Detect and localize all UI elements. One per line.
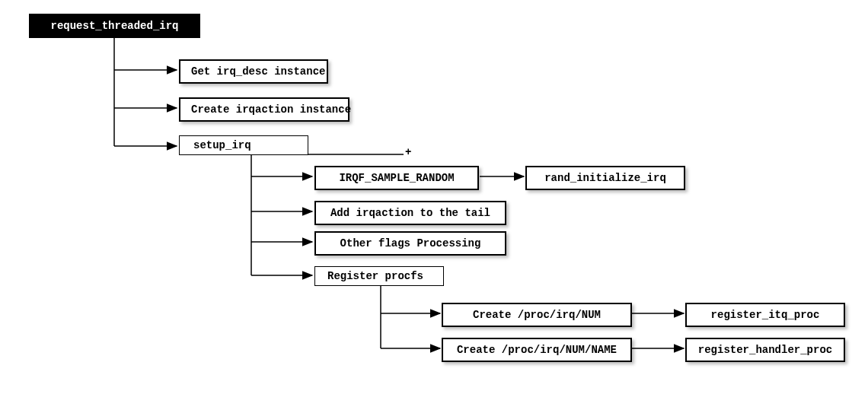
node-label: register_handler_proc (698, 344, 832, 356)
node-label: Other flags Processing (340, 237, 481, 249)
node-label: request_threaded_irq (50, 20, 178, 32)
node-label: Add irqaction to the tail (330, 207, 490, 219)
node-label: Create irqaction instance (191, 103, 351, 116)
node-label: Register procfs (327, 270, 423, 282)
node-request-threaded-irq: request_threaded_irq (29, 14, 200, 38)
node-label: register_itq_proc (711, 309, 820, 321)
node-create-irqaction: Create irqaction instance (179, 97, 349, 122)
node-create-proc-irq-num: Create /proc/irq/NUM (442, 303, 632, 327)
node-register-handler-proc: register_handler_proc (685, 338, 845, 362)
node-label: Create /proc/irq/NUM/NAME (457, 344, 617, 356)
node-label: Create /proc/irq/NUM (473, 309, 601, 321)
connectors (0, 0, 868, 394)
node-create-proc-irq-num-name: Create /proc/irq/NUM/NAME (442, 338, 632, 362)
node-get-irq-desc: Get irq_desc instance (179, 59, 328, 84)
node-irqf-sample-random: IRQF_SAMPLE_RANDOM (314, 166, 479, 190)
expand-icon[interactable]: + (405, 146, 411, 158)
node-rand-initialize-irq: rand_initialize_irq (525, 166, 685, 190)
node-label: IRQF_SAMPLE_RANDOM (339, 172, 454, 184)
plus-symbol: + (405, 146, 411, 158)
node-register-itq-proc: register_itq_proc (685, 303, 845, 327)
node-label: setup_irq (193, 139, 251, 151)
node-label: Get irq_desc instance (191, 65, 325, 78)
node-other-flags: Other flags Processing (314, 231, 506, 256)
node-register-procfs: Register procfs (314, 266, 444, 286)
node-add-irqaction-tail: Add irqaction to the tail (314, 201, 506, 225)
node-setup-irq: setup_irq (179, 135, 308, 155)
node-label: rand_initialize_irq (544, 172, 666, 184)
